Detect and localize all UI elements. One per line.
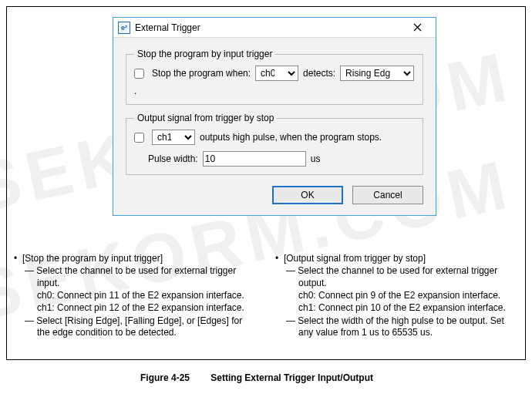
note-line: Select [Rising Edge], [Falling Edge], or… — [14, 315, 257, 339]
app-icon: e² — [118, 22, 130, 34]
note-line: Select the channel to be used for extern… — [275, 265, 518, 289]
notes: [Stop the program by input trigger] Sele… — [14, 253, 518, 340]
figure-caption: Figure 4-25 Setting External Trigger Inp… — [0, 372, 532, 383]
output-channel-select[interactable]: ch1 — [152, 130, 195, 145]
trailing-dot: . — [134, 86, 136, 96]
group-stop-legend: Stop the program by input trigger — [134, 49, 275, 59]
output-enable-checkbox[interactable] — [134, 133, 144, 143]
close-icon — [413, 23, 422, 32]
cancel-button[interactable]: Cancel — [352, 186, 423, 204]
pulse-width-unit: us — [311, 153, 321, 164]
titlebar[interactable]: e² External Trigger — [113, 18, 436, 38]
stop-when-checkbox[interactable] — [134, 69, 144, 79]
note-line: ch1: Connect pin 10 of the E2 expansion … — [275, 302, 518, 314]
dialog-title: External Trigger — [135, 22, 402, 33]
detects-label: detects: — [303, 68, 335, 79]
output-post-text: outputs high pulse, when the program sto… — [200, 132, 382, 143]
group-stop-by-input: Stop the program by input trigger Stop t… — [126, 49, 423, 105]
figure-number: Figure 4-25 — [140, 372, 190, 383]
note-line: ch0: Connect pin 9 of the E2 expansion i… — [275, 290, 518, 301]
note-line: ch0: Connect pin 11 of the E2 expansion … — [14, 290, 257, 301]
edge-select[interactable]: Rising Edge — [340, 66, 414, 81]
external-trigger-dialog: e² External Trigger Stop the program by … — [113, 17, 436, 216]
pulse-width-input[interactable] — [203, 151, 306, 167]
note-line: Select the width of the high pulse to be… — [275, 315, 518, 339]
notes-right: [Output signal from trigger by stop] Sel… — [275, 253, 518, 340]
note-line: ch1: Connect pin 12 of the E2 expansion … — [14, 302, 257, 314]
ok-button[interactable]: OK — [272, 186, 343, 204]
group-output-legend: Output signal from trigger by stop — [134, 113, 277, 123]
note-line: Select the channel to be used for extern… — [14, 265, 257, 289]
stop-when-label: Stop the program when: — [152, 68, 251, 79]
group-output-by-stop: Output signal from trigger by stop ch1 o… — [126, 113, 423, 175]
note-heading: [Stop the program by input trigger] — [14, 253, 257, 264]
pulse-width-label: Pulse width: — [148, 153, 198, 164]
close-button[interactable] — [402, 19, 433, 36]
notes-left: [Stop the program by input trigger] Sele… — [14, 253, 257, 340]
dialog-button-row: OK Cancel — [126, 183, 423, 204]
note-heading: [Output signal from trigger by stop] — [275, 253, 518, 264]
input-channel-select[interactable]: ch0 — [255, 66, 298, 81]
dialog-client: Stop the program by input trigger Stop t… — [113, 38, 436, 215]
figure-title: Setting External Trigger Input/Output — [210, 372, 373, 383]
